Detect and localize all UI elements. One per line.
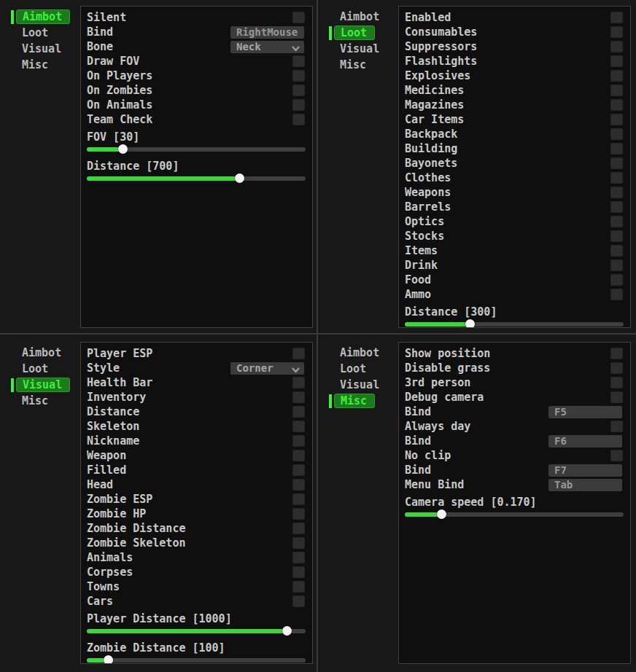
stocks-checkbox[interactable] — [610, 230, 623, 242]
enabled-checkbox[interactable] — [610, 12, 623, 23]
barrels-checkbox[interactable] — [610, 201, 623, 213]
row-label: Optics — [405, 214, 444, 229]
select-value: Neck — [236, 41, 261, 52]
keybind-button-tab[interactable]: Tab — [548, 479, 622, 491]
draw-fov-checkbox[interactable] — [292, 55, 305, 67]
zombie-esp-checkbox[interactable] — [292, 493, 305, 505]
weapon-checkbox[interactable] — [292, 450, 305, 461]
bone-select[interactable]: Neck — [230, 41, 304, 53]
tab-visual[interactable]: Visual — [318, 41, 398, 57]
tab-aimbot[interactable]: Aimbot — [318, 9, 398, 25]
health-bar-checkbox[interactable] — [292, 377, 305, 388]
clothes-checkbox[interactable] — [610, 172, 623, 184]
tab-misc[interactable]: Misc — [318, 57, 398, 73]
keybind-button-f6[interactable]: F6 — [548, 435, 622, 448]
show-position-checkbox[interactable] — [610, 348, 623, 359]
suppressors-checkbox[interactable] — [610, 41, 623, 52]
row-label: Bind — [405, 405, 431, 419]
distance-300-slider-track[interactable] — [405, 322, 624, 327]
on-animals-checkbox[interactable] — [292, 99, 305, 111]
tab-loot[interactable]: Loot — [0, 25, 80, 41]
explosives-checkbox[interactable] — [610, 70, 623, 82]
consumables-checkbox[interactable] — [610, 26, 623, 38]
camera-speed-0-170-slider-track[interactable] — [405, 512, 624, 517]
row-label: Weapons — [405, 185, 451, 200]
optics-checkbox[interactable] — [610, 216, 623, 227]
tab-label: Visual — [340, 42, 379, 55]
filled-checkbox[interactable] — [292, 464, 305, 476]
building-checkbox[interactable] — [610, 143, 623, 155]
zombie-hp-checkbox[interactable] — [292, 508, 305, 520]
tab-misc[interactable]: Misc — [0, 393, 80, 409]
inventory-checkbox[interactable] — [292, 391, 305, 403]
weapons-checkbox[interactable] — [610, 187, 623, 198]
player-distance-1000-slider-track[interactable] — [87, 629, 306, 633]
tab-visual[interactable]: Visual — [0, 377, 80, 393]
ammo-checkbox[interactable] — [610, 289, 623, 300]
bayonets-checkbox[interactable] — [610, 157, 623, 169]
items-checkbox[interactable] — [610, 245, 623, 257]
row-label: Style — [87, 361, 120, 375]
distance-700-slider-track[interactable] — [87, 176, 306, 181]
medicines-checkbox[interactable] — [610, 85, 623, 96]
drink-checkbox[interactable] — [610, 259, 623, 271]
on-zombies-checkbox[interactable] — [292, 85, 305, 96]
skeleton-checkbox[interactable] — [292, 421, 305, 432]
slider-thumb[interactable] — [104, 655, 113, 664]
slider-thumb[interactable] — [235, 173, 244, 183]
animals-checkbox[interactable] — [292, 552, 305, 563]
keybind-button-f7[interactable]: F7 — [548, 464, 622, 477]
row-label: Menu Bind — [405, 477, 464, 492]
no-clip-checkbox[interactable] — [610, 450, 623, 461]
player-esp-checkbox[interactable] — [292, 348, 305, 359]
style-select[interactable]: Corner — [230, 362, 304, 375]
nickname-checkbox[interactable] — [292, 435, 305, 447]
tab-visual[interactable]: Visual — [0, 41, 80, 57]
slider-player-distance-1000: Player Distance [1000] — [87, 612, 306, 638]
slider-thumb[interactable] — [437, 509, 446, 519]
row-bind: BindF7 — [405, 463, 624, 477]
food-checkbox[interactable] — [610, 274, 623, 286]
tab-misc[interactable]: Misc — [318, 393, 398, 409]
quadrant-visual: AimbotLootVisualMiscPlayer ESPStyleCorne… — [0, 336, 318, 672]
tab-label: Aimbot — [340, 10, 379, 23]
tab-loot[interactable]: Loot — [318, 361, 398, 377]
keybind-button-f5[interactable]: F5 — [548, 406, 622, 418]
towns-checkbox[interactable] — [292, 581, 305, 593]
tab-aimbot[interactable]: Aimbot — [318, 345, 398, 361]
tab-aimbot[interactable]: Aimbot — [0, 345, 80, 361]
tab-misc[interactable]: Misc — [0, 57, 80, 73]
fov-30-slider-track[interactable] — [87, 147, 306, 152]
debug-camera-checkbox[interactable] — [610, 391, 623, 403]
magazines-checkbox[interactable] — [610, 99, 623, 111]
slider-thumb[interactable] — [282, 626, 292, 636]
on-players-checkbox[interactable] — [292, 70, 305, 82]
silent-checkbox[interactable] — [292, 12, 305, 23]
zombie-distance-checkbox[interactable] — [292, 523, 305, 534]
slider-thumb[interactable] — [118, 144, 128, 154]
slider-thumb[interactable] — [465, 319, 475, 328]
car-items-checkbox[interactable] — [610, 114, 623, 125]
zombie-skeleton-checkbox[interactable] — [292, 537, 305, 549]
always-day-checkbox[interactable] — [610, 421, 623, 432]
tab-label: Misc — [22, 394, 48, 407]
tab-visual[interactable]: Visual — [318, 377, 398, 393]
disable-grass-checkbox[interactable] — [610, 362, 623, 374]
tab-aimbot[interactable]: Aimbot — [0, 9, 80, 25]
flashlights-checkbox[interactable] — [610, 55, 623, 67]
tab-loot[interactable]: Loot — [0, 361, 80, 377]
distance-checkbox[interactable] — [292, 406, 305, 418]
team-check-checkbox[interactable] — [292, 114, 305, 125]
row-on-animals: On Animals — [87, 98, 306, 112]
cars-checkbox[interactable] — [292, 595, 305, 607]
3rd-person-checkbox[interactable] — [610, 377, 623, 388]
tab-loot[interactable]: Loot — [318, 25, 398, 41]
head-checkbox[interactable] — [292, 479, 305, 491]
corpses-checkbox[interactable] — [292, 566, 305, 578]
quadrant-misc: AimbotLootVisualMiscShow positionDisable… — [318, 336, 636, 672]
row-bind: BindRightMouse — [87, 25, 306, 39]
backpack-checkbox[interactable] — [610, 128, 623, 140]
zombie-distance-100-slider-track[interactable] — [87, 658, 306, 663]
row-label: Zombie Skeleton — [87, 536, 185, 550]
keybind-button-rightmouse[interactable]: RightMouse — [230, 26, 304, 39]
